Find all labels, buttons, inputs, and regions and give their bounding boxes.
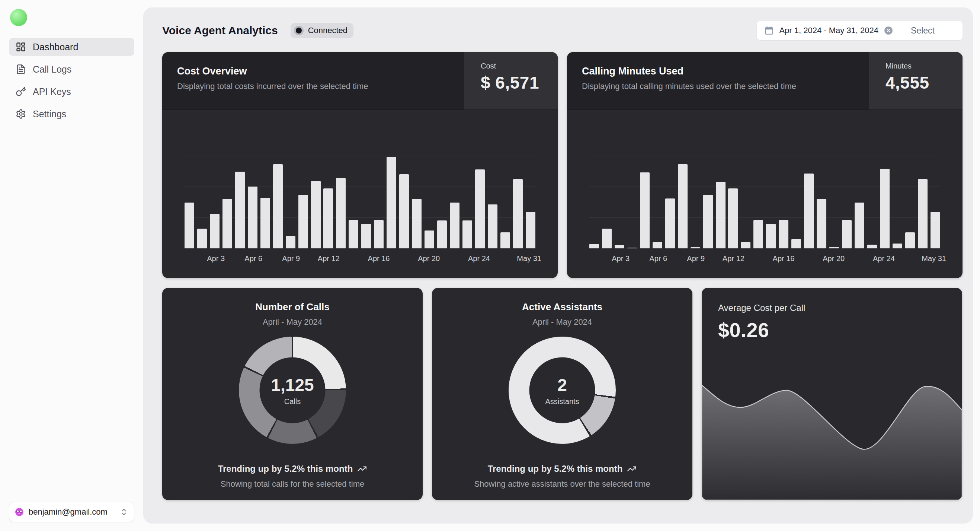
cost-bars	[185, 125, 535, 248]
x-axis-tick-label: Apr 16	[368, 254, 390, 263]
minutes-bar-chart: Apr 3Apr 6Apr 9Apr 12Apr 16Apr 20Apr 24M…	[567, 110, 963, 278]
assistants-donut-chart: 2 Assistants	[509, 336, 616, 444]
card-subtitle: Displaying total calling minutes used ov…	[582, 81, 854, 91]
minutes-bars	[589, 125, 940, 248]
bar	[210, 214, 220, 248]
bar	[766, 224, 776, 248]
bottom-cards-row: Number of Calls April - May 2024 1,125 C…	[162, 288, 963, 500]
account-email: benjamin@gmail.com	[29, 507, 115, 517]
cost-overview-card: Cost Overview Displaying total costs inc…	[162, 52, 558, 278]
card-period: April - May 2024	[532, 317, 592, 327]
trending-up-icon	[357, 464, 367, 474]
page-title: Voice Agent Analytics	[162, 24, 278, 37]
sidebar: Dashboard Call Logs API Keys Settings be…	[0, 0, 143, 531]
sidebar-item-label: Call Logs	[33, 64, 72, 75]
date-range-value: Apr 1, 2024 - May 31, 2024	[779, 26, 878, 35]
bar	[235, 172, 245, 248]
bar	[361, 224, 371, 248]
x-axis-tick-label: Apr 3	[207, 254, 225, 263]
bar	[311, 181, 321, 248]
avatar	[15, 508, 24, 516]
bar	[450, 203, 460, 248]
sidebar-item-settings[interactable]: Settings	[9, 105, 134, 123]
stat-label: Minutes	[886, 62, 963, 70]
status-dot-icon	[294, 26, 304, 35]
clear-date-icon[interactable]	[884, 26, 893, 35]
bar	[716, 182, 725, 248]
bar	[867, 245, 877, 248]
bar	[374, 220, 383, 248]
bar	[652, 242, 662, 248]
bar	[791, 239, 801, 248]
bar	[842, 220, 852, 248]
bar	[488, 204, 498, 248]
card-caption: Showing total calls for the selected tim…	[221, 479, 364, 489]
trend-text: Trending up by 5.2% this month	[218, 464, 353, 474]
app-logo	[10, 9, 27, 26]
bar	[602, 229, 612, 248]
bar	[273, 164, 283, 248]
gear-icon	[16, 109, 26, 119]
x-axis-tick-label: Apr 9	[687, 254, 705, 263]
donut-center-label: Calls	[284, 397, 301, 406]
bar	[197, 229, 207, 248]
bar	[348, 220, 358, 248]
bar	[526, 212, 535, 248]
number-of-calls-card: Number of Calls April - May 2024 1,125 C…	[162, 288, 423, 500]
x-axis-tick-label: Apr 24	[468, 254, 490, 263]
stat-label: Cost	[481, 62, 558, 70]
x-axis-tick-label: Apr 24	[873, 254, 895, 263]
active-assistants-card: Active Assistants April - May 2024 2 Ass…	[432, 288, 692, 500]
sidebar-item-call-logs[interactable]: Call Logs	[9, 60, 134, 78]
x-axis-tick-label: May 31	[517, 254, 541, 263]
sidebar-item-label: Dashboard	[33, 42, 78, 53]
bar	[665, 198, 675, 248]
x-axis-tick-label: May 31	[921, 254, 946, 263]
bar	[817, 199, 826, 248]
x-axis-tick-label: Apr 6	[245, 254, 262, 263]
bar	[387, 157, 396, 248]
minutes-stat-box: Minutes 4,555	[869, 52, 963, 110]
card-title: Average Cost per Call	[718, 303, 946, 313]
bar	[298, 195, 308, 248]
account-switcher[interactable]: benjamin@gmail.com	[9, 502, 134, 522]
select-button[interactable]: Select	[901, 21, 963, 40]
sidebar-item-dashboard[interactable]: Dashboard	[9, 38, 134, 56]
card-caption: Showing active assistants over the selec…	[474, 479, 650, 489]
bar	[931, 212, 940, 248]
avg-cost-value: $0.26	[718, 318, 946, 341]
x-axis-tick-label: Apr 6	[649, 254, 667, 263]
bar	[741, 242, 751, 248]
trend-text: Trending up by 5.2% this month	[488, 464, 623, 474]
page-header: Voice Agent Analytics Connected Apr 1, 2…	[162, 21, 963, 40]
minutes-x-axis: Apr 3Apr 6Apr 9Apr 12Apr 16Apr 20Apr 24M…	[589, 248, 940, 271]
bar	[615, 245, 624, 248]
bar	[804, 174, 814, 248]
x-axis-tick-label: Apr 3	[612, 254, 630, 263]
x-axis-tick-label: Apr 12	[722, 254, 745, 263]
stat-value: $ 6,571	[481, 73, 558, 93]
bar	[589, 244, 599, 248]
x-axis-tick-label: Apr 9	[282, 254, 300, 263]
bar	[500, 232, 510, 248]
bar	[399, 174, 409, 248]
sidebar-item-api-keys[interactable]: API Keys	[9, 83, 134, 100]
bar	[286, 236, 296, 248]
bar	[323, 188, 333, 248]
card-period: April - May 2024	[262, 317, 322, 327]
date-range-picker[interactable]: Apr 1, 2024 - May 31, 2024	[757, 21, 901, 40]
x-axis-tick-label: Apr 20	[822, 254, 845, 263]
card-subtitle: Displaying total costs incurred over the…	[177, 81, 449, 91]
stat-value: 4,555	[886, 73, 963, 93]
bar	[425, 231, 434, 248]
status-badge-label: Connected	[308, 26, 347, 35]
bar	[892, 244, 902, 248]
bar	[185, 203, 194, 248]
connected-status-badge: Connected	[291, 23, 353, 38]
sidebar-nav: Dashboard Call Logs API Keys Settings	[9, 38, 134, 123]
donut-center-value: 2	[557, 375, 567, 395]
bar	[678, 164, 687, 248]
bar	[728, 188, 738, 248]
donut-center-value: 1,125	[271, 375, 313, 395]
bar	[261, 198, 270, 248]
